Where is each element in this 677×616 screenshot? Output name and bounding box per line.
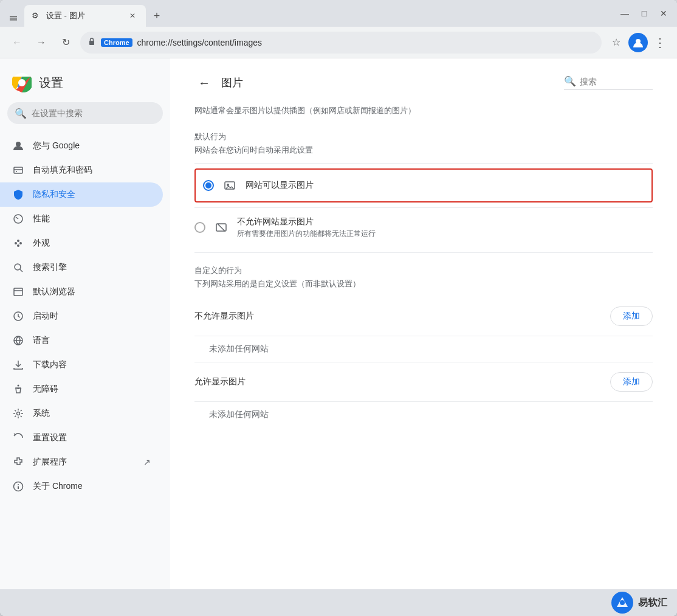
lock-icon (88, 37, 96, 47)
custom-section-label: 自定义的行为 (194, 265, 653, 276)
svg-point-5 (16, 142, 21, 147)
person-icon (12, 140, 24, 152)
extensions-icon (12, 456, 24, 468)
svg-line-14 (20, 269, 22, 272)
radio-button-allow[interactable] (203, 180, 214, 191)
chrome-badge: Chrome (101, 38, 132, 47)
svg-rect-6 (14, 167, 22, 173)
window-controls: — □ ✕ (616, 5, 672, 27)
sidebar-item-performance[interactable]: 性能 (0, 207, 163, 231)
startup-icon (12, 310, 24, 322)
custom-section-sublabel: 下列网站采用的是自定义设置（而非默认设置） (194, 279, 653, 289)
sidebar-item-download[interactable]: 下载内容 (0, 353, 163, 377)
radio-option-block[interactable]: 不允许网站显示图片 所有需要使用图片的功能都将无法正常运行 (194, 208, 653, 247)
maximize-button[interactable]: □ (636, 5, 653, 22)
sidebar-item-startup[interactable]: 启动时 (0, 304, 163, 328)
address-text: chrome://settings/content/images (137, 38, 594, 47)
performance-icon (12, 213, 24, 225)
default-section-label: 默认行为 (194, 131, 653, 142)
sidebar-item-label: 搜索引擎 (33, 262, 151, 273)
active-tab[interactable]: ⚙ 设置 - 图片 ✕ (24, 5, 146, 27)
sidebar-item-about[interactable]: 关于 Chrome (0, 474, 163, 499)
svg-point-8 (16, 171, 17, 172)
address-bar: ← → ↻ Chrome chrome://settings/content/i… (0, 27, 677, 58)
svg-point-19 (18, 385, 19, 387)
radio-option-allow[interactable]: 网站可以显示图片 (203, 173, 644, 198)
minimize-button[interactable]: — (616, 5, 633, 22)
address-input-wrap[interactable]: Chrome chrome://settings/content/images (80, 32, 602, 54)
svg-point-11 (19, 242, 22, 244)
reload-button[interactable]: ↻ (56, 33, 75, 52)
bookmark-button[interactable]: ☆ (607, 33, 626, 52)
sidebar-item-browser[interactable]: 默认浏览器 (0, 280, 163, 304)
svg-point-10 (17, 240, 19, 242)
sidebar-item-extensions[interactable]: 扩展程序 ↗ (0, 450, 163, 474)
brand-name: 易软汇 (638, 597, 667, 609)
svg-point-4 (18, 79, 26, 86)
chrome-logo-icon (12, 73, 32, 92)
profile-button[interactable] (628, 33, 648, 52)
sidebar-item-system[interactable]: 系统 (0, 401, 163, 426)
sidebar-item-label: 下载内容 (33, 359, 151, 370)
radio-button-block[interactable] (194, 222, 205, 233)
sidebar-item-search[interactable]: 搜索引擎 (0, 255, 163, 280)
brand-icon (611, 592, 633, 614)
sidebar-item-autofill[interactable]: 自动填充和密码 (0, 158, 163, 182)
allow-add-button[interactable]: 添加 (610, 372, 653, 392)
shield-icon (12, 189, 24, 201)
back-button[interactable]: ← (7, 33, 27, 52)
sidebar-search-input[interactable] (32, 108, 156, 118)
browser-window: ⚙ 设置 - 图片 ✕ + — □ ✕ ← → ↻ Chrome chrome:… (0, 0, 677, 616)
svg-rect-15 (14, 288, 22, 296)
image-allow-icon (222, 178, 237, 193)
new-tab-button[interactable]: + (148, 7, 165, 24)
sidebar-item-label: 系统 (33, 408, 151, 419)
block-add-button[interactable]: 添加 (610, 306, 653, 326)
page-search[interactable]: 🔍 (564, 75, 653, 90)
menu-button[interactable]: ⋮ (650, 33, 670, 52)
sidebar-item-reset[interactable]: 重置设置 (0, 426, 163, 450)
radio-block-sublabel: 所有需要使用图片的功能都将无法正常运行 (237, 229, 376, 239)
search-icon (12, 261, 24, 274)
block-row-label: 不允许显示图片 (194, 311, 254, 322)
reset-icon (12, 432, 24, 444)
sidebar-item-label: 扩展程序 (33, 457, 135, 468)
sidebar-item-accessibility[interactable]: 无障碍 (0, 377, 163, 401)
sidebar-item-language[interactable]: 语言 (0, 328, 163, 353)
tab-list-button[interactable] (5, 10, 22, 27)
sidebar-item-google[interactable]: 您与 Google (0, 134, 163, 158)
accessibility-icon (12, 383, 24, 395)
bottom-bar: 易软汇 (0, 589, 677, 616)
allow-row-label: 允许显示图片 (194, 376, 246, 387)
page-search-input[interactable] (580, 77, 653, 86)
sidebar-item-label: 自动填充和密码 (33, 165, 151, 176)
sidebar-item-label: 性能 (33, 213, 151, 224)
forward-button[interactable]: → (32, 33, 51, 52)
sidebar-item-privacy[interactable]: 隐私和安全 (0, 182, 163, 207)
sidebar-item-label: 您与 Google (33, 140, 151, 151)
svg-point-22 (18, 484, 19, 485)
main-content: 设置 🔍 您与 Google (0, 58, 677, 589)
close-button[interactable]: ✕ (655, 5, 672, 22)
sidebar-item-appearance[interactable]: 外观 (0, 231, 163, 255)
sidebar: 设置 🔍 您与 Google (0, 58, 170, 589)
sidebar-item-label: 语言 (33, 335, 151, 346)
tab-close-button[interactable]: ✕ (126, 10, 139, 22)
sidebar-item-label: 无障碍 (33, 384, 151, 395)
sidebar-search-icon: 🔍 (15, 108, 27, 119)
system-icon (12, 407, 24, 420)
back-button[interactable]: ← (194, 73, 214, 92)
sidebar-item-label: 启动时 (33, 311, 151, 322)
tab-bar: ⚙ 设置 - 图片 ✕ + — □ ✕ (0, 0, 677, 27)
sidebar-search[interactable]: 🔍 (7, 102, 163, 124)
page-header: ← 图片 🔍 (194, 73, 653, 92)
default-section-sublabel: 网站会在您访问时自动采用此设置 (194, 145, 653, 156)
image-block-icon (214, 220, 229, 235)
svg-point-29 (620, 600, 625, 605)
tab-favicon: ⚙ (32, 11, 41, 21)
address-right-buttons: ☆ ⋮ (607, 33, 670, 52)
settings-content: ← 图片 🔍 网站通常会显示图片以提供插图（例如网店或新闻报道的图片） 默认行为… (170, 58, 677, 589)
block-empty-text: 未添加任何网站 (194, 336, 653, 362)
sidebar-item-label: 外观 (33, 238, 151, 249)
sidebar-item-label: 重置设置 (33, 432, 151, 443)
